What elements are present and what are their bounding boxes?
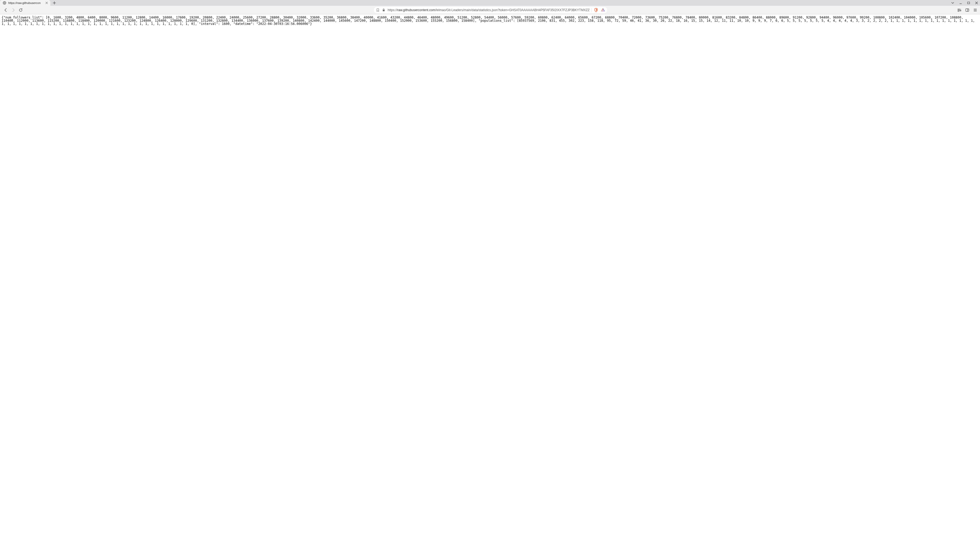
plus-icon — [53, 1, 56, 5]
reader-mode-icon[interactable] — [957, 8, 962, 12]
close-window-button[interactable] — [975, 1, 978, 5]
close-icon — [975, 1, 978, 5]
url-display: https://raw.githubusercontent.com/leimao… — [388, 8, 589, 12]
address-bar-actions — [592, 8, 605, 12]
reload-icon — [18, 8, 23, 12]
lock-icon[interactable] — [382, 8, 386, 12]
globe-icon — [3, 1, 7, 5]
svg-rect-2 — [383, 10, 385, 11]
reload-button[interactable] — [18, 7, 24, 13]
page-content: {"num_followers_list": [0, 1600, 3200, 4… — [0, 14, 980, 27]
close-icon — [45, 2, 48, 4]
bookmark-icon[interactable] — [376, 8, 380, 12]
brave-shield-icon[interactable] — [594, 8, 598, 12]
arrow-right-icon — [11, 8, 15, 12]
tab-bar: https://raw.githubusercon — [0, 0, 980, 6]
new-tab-button[interactable] — [51, 0, 57, 6]
sidebar-icon[interactable] — [965, 8, 969, 12]
svg-rect-1 — [967, 2, 970, 4]
address-bar[interactable]: https://raw.githubusercontent.com/leimao… — [374, 7, 607, 13]
toolbar-right — [957, 8, 977, 12]
minimize-button[interactable] — [959, 1, 962, 5]
window-controls — [951, 0, 978, 6]
brave-rewards-icon[interactable] — [601, 8, 605, 12]
arrow-left-icon — [4, 8, 8, 12]
menu-icon[interactable] — [973, 8, 977, 12]
maximize-button[interactable] — [967, 1, 970, 5]
back-button[interactable] — [3, 7, 9, 13]
browser-tab[interactable]: https://raw.githubusercon — [0, 0, 50, 6]
chevron-down-icon — [951, 1, 954, 5]
tab-title: https://raw.githubusercon — [8, 1, 43, 5]
close-tab-button[interactable] — [45, 1, 48, 5]
tab-dropdown-button[interactable] — [951, 1, 955, 5]
minimize-icon — [959, 1, 962, 5]
forward-button[interactable] — [10, 7, 16, 13]
maximize-icon — [967, 1, 970, 5]
toolbar: https://raw.githubusercontent.com/leimao… — [0, 6, 980, 14]
